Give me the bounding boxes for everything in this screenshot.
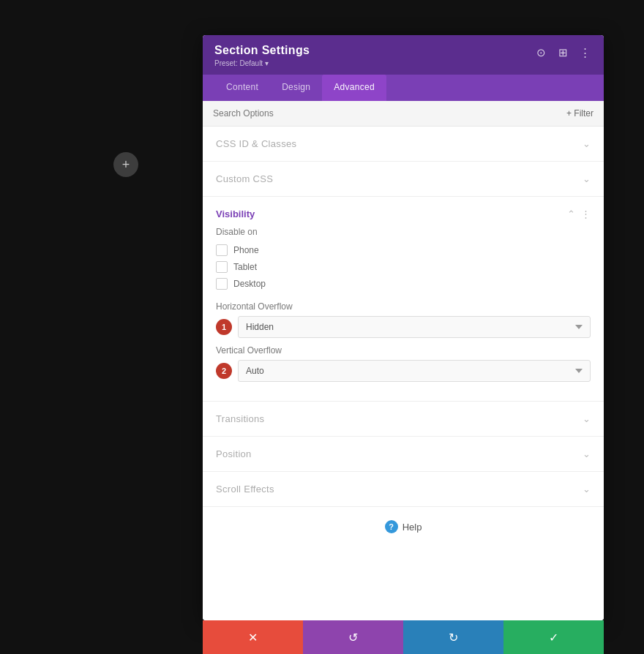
position-header[interactable]: Position ⌄ (203, 437, 604, 471)
position-title: Position (216, 448, 252, 459)
custom-css-header[interactable]: Custom CSS ⌄ (203, 162, 604, 196)
panel-title-group: Section Settings Preset: Default ▾ (214, 44, 310, 67)
vertical-overflow-label: Vertical Overflow (216, 345, 591, 356)
save-button[interactable]: ✓ (503, 620, 604, 654)
css-id-classes-header[interactable]: CSS ID & Classes ⌄ (203, 127, 604, 161)
tab-advanced[interactable]: Advanced (322, 75, 386, 101)
more-options-icon[interactable]: ⋮ (577, 45, 592, 60)
tablet-checkbox[interactable] (216, 261, 228, 273)
transitions-title: Transitions (216, 413, 264, 424)
custom-css-title: Custom CSS (216, 173, 273, 184)
visibility-more-icon[interactable]: ⋮ (581, 208, 591, 219)
transitions-accordion: Transitions ⌄ (203, 402, 604, 437)
checkbox-row-tablet: Tablet (216, 261, 591, 273)
visibility-controls: ⌃ ⋮ (567, 208, 591, 219)
undo-icon: ↺ (348, 631, 358, 644)
redo-icon: ↻ (449, 631, 458, 644)
tabs-bar: Content Design Advanced (203, 75, 604, 101)
horizontal-overflow-label: Horizontal Overflow (216, 301, 591, 312)
preset-arrow-icon: ▾ (265, 59, 269, 67)
phone-checkbox[interactable] (216, 244, 228, 256)
horizontal-overflow-select[interactable]: Hidden Visible Auto Scroll (238, 316, 591, 338)
horizontal-overflow-group: Horizontal Overflow 1 Hidden Visible Aut… (216, 301, 591, 338)
phone-label: Phone (233, 245, 259, 255)
visibility-body: Disable on Phone Tablet Desktop (203, 227, 604, 401)
checkbox-row-desktop: Desktop (216, 278, 591, 290)
position-accordion: Position ⌄ (203, 437, 604, 472)
plus-icon: + (122, 157, 130, 173)
visibility-header: Visibility ⌃ ⋮ (203, 197, 604, 227)
panel-header: Section Settings Preset: Default ▾ ⊙ ⊞ ⋮ (203, 35, 604, 75)
help-label[interactable]: Help (402, 522, 422, 533)
search-input[interactable] (213, 108, 517, 119)
tab-content[interactable]: Content (214, 75, 270, 101)
disable-on-checkboxes: Phone Tablet Desktop (216, 244, 591, 290)
panel-content: CSS ID & Classes ⌄ Custom CSS ⌄ Visibili… (203, 127, 604, 620)
redo-button[interactable]: ↻ (403, 620, 503, 654)
desktop-label: Desktop (233, 279, 266, 289)
step-1-badge: 1 (216, 319, 232, 335)
checkbox-row-phone: Phone (216, 244, 591, 256)
target-icon[interactable]: ⊙ (533, 45, 548, 60)
tab-design[interactable]: Design (270, 75, 322, 101)
transitions-header[interactable]: Transitions ⌄ (203, 402, 604, 436)
custom-css-chevron-icon: ⌄ (583, 173, 591, 184)
custom-css-accordion: Custom CSS ⌄ (203, 162, 604, 197)
undo-button[interactable]: ↺ (303, 620, 403, 654)
save-icon: ✓ (549, 631, 558, 644)
search-bar: + Filter (203, 101, 604, 127)
step-2-badge: 2 (216, 363, 232, 379)
vertical-overflow-select[interactable]: Auto Hidden Visible Scroll (238, 360, 591, 382)
help-icon[interactable]: ? (385, 520, 398, 533)
desktop-checkbox[interactable] (216, 278, 228, 290)
vertical-overflow-group: Vertical Overflow 2 Auto Hidden Visible … (216, 345, 591, 382)
visibility-collapse-icon[interactable]: ⌃ (567, 208, 575, 219)
transitions-chevron-icon: ⌄ (583, 413, 591, 424)
visibility-section: Visibility ⌃ ⋮ Disable on Phone Tablet (203, 197, 604, 402)
scroll-effects-accordion: Scroll Effects ⌄ (203, 472, 604, 507)
css-id-classes-accordion: CSS ID & Classes ⌄ (203, 127, 604, 162)
add-element-button[interactable]: + (113, 152, 138, 177)
position-chevron-icon: ⌄ (583, 448, 591, 459)
section-settings-panel: Section Settings Preset: Default ▾ ⊙ ⊞ ⋮… (203, 35, 604, 620)
panel-preset[interactable]: Preset: Default ▾ (214, 59, 310, 67)
disable-on-label: Disable on (216, 227, 591, 237)
cancel-button[interactable]: ✕ (203, 620, 303, 654)
scroll-effects-chevron-icon: ⌄ (583, 484, 591, 495)
visibility-title: Visibility (216, 208, 255, 219)
horizontal-overflow-row: 1 Hidden Visible Auto Scroll (216, 316, 591, 338)
tablet-label: Tablet (233, 262, 257, 272)
vertical-overflow-row: 2 Auto Hidden Visible Scroll (216, 360, 591, 382)
cancel-icon: ✕ (248, 631, 258, 644)
panel-footer: ✕ ↺ ↻ ✓ (203, 620, 604, 654)
header-icons-group: ⊙ ⊞ ⋮ (533, 45, 592, 60)
scroll-effects-header[interactable]: Scroll Effects ⌄ (203, 472, 604, 506)
css-id-classes-title: CSS ID & Classes (216, 138, 296, 149)
css-id-classes-chevron-icon: ⌄ (583, 138, 591, 149)
layout-icon[interactable]: ⊞ (555, 45, 570, 60)
scroll-effects-title: Scroll Effects (216, 484, 274, 495)
help-row: ? Help (203, 507, 604, 546)
filter-button[interactable]: + Filter (566, 108, 594, 119)
panel-title: Section Settings (214, 44, 310, 57)
